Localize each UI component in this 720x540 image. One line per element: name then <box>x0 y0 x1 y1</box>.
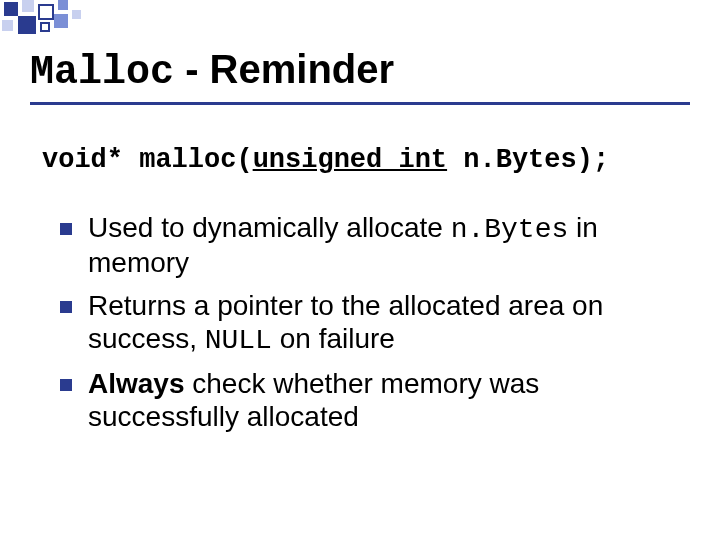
bullet-list: Used to dynamically allocate n.Bytes in … <box>42 211 680 433</box>
slide: Malloc - Reminder void* malloc(unsigned … <box>0 0 720 540</box>
title-rest: - Reminder <box>174 47 394 91</box>
deco-square-icon <box>54 14 68 28</box>
slide-body: void* malloc(unsigned int n.Bytes); Used… <box>42 145 680 443</box>
bullet-text: Used to dynamically allocate <box>88 212 451 243</box>
list-item: Used to dynamically allocate n.Bytes in … <box>60 211 680 279</box>
deco-square-icon <box>40 22 50 32</box>
function-signature: void* malloc(unsigned int n.Bytes); <box>42 145 680 177</box>
deco-square-icon <box>38 4 54 20</box>
list-item: Always check whether memory was successf… <box>60 367 680 433</box>
deco-square-icon <box>2 20 13 31</box>
corner-decoration <box>0 0 110 40</box>
slide-title: Malloc - Reminder <box>30 48 690 104</box>
bullet-text: on failure <box>272 323 395 354</box>
sig-return-type: void* <box>42 145 123 175</box>
list-item: Returns a pointer to the allocated area … <box>60 289 680 357</box>
sig-fn-open: malloc( <box>139 145 252 175</box>
sig-arg-keyword: unsigned int <box>253 145 447 175</box>
deco-square-icon <box>4 2 18 16</box>
deco-square-icon <box>72 10 81 19</box>
sig-arg-rest: n.Bytes); <box>447 145 609 175</box>
deco-square-icon <box>22 0 34 12</box>
deco-square-icon <box>58 0 68 10</box>
bullet-code: n.Bytes <box>451 214 569 245</box>
bullet-bold: Always <box>88 368 185 399</box>
bullet-code: NULL <box>205 325 272 356</box>
deco-square-icon <box>18 16 36 34</box>
title-underline <box>30 102 690 105</box>
sig-space <box>123 145 139 175</box>
title-code: Malloc <box>30 50 174 95</box>
